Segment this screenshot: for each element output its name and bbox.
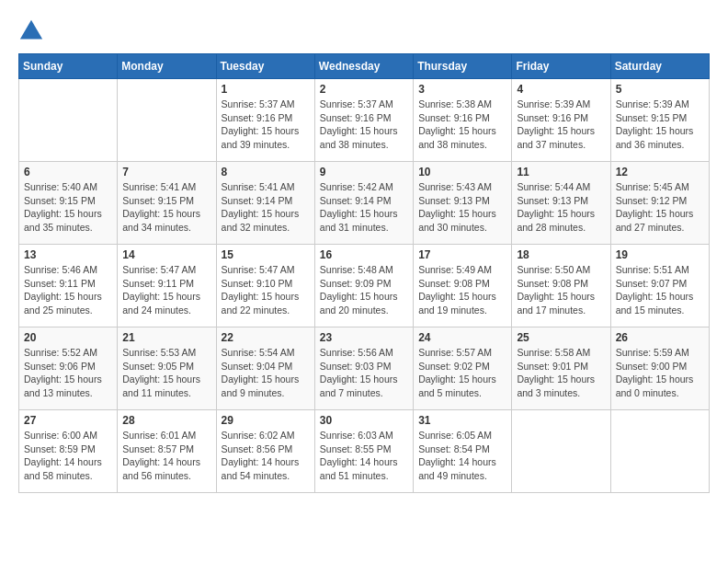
day-number: 6 xyxy=(24,166,112,178)
calendar-cell: 6Sunrise: 5:40 AM Sunset: 9:15 PM Daylig… xyxy=(19,162,118,245)
calendar-cell: 16Sunrise: 5:48 AM Sunset: 9:09 PM Dayli… xyxy=(314,245,413,327)
day-info: Sunrise: 5:52 AM Sunset: 9:06 PM Dayligh… xyxy=(24,346,112,400)
calendar-cell xyxy=(610,410,709,493)
day-info: Sunrise: 5:45 AM Sunset: 9:12 PM Dayligh… xyxy=(616,180,704,235)
day-info: Sunrise: 5:59 AM Sunset: 9:00 PM Dayligh… xyxy=(616,346,704,400)
day-info: Sunrise: 5:49 AM Sunset: 9:08 PM Dayligh… xyxy=(418,263,506,317)
calendar-cell: 20Sunrise: 5:52 AM Sunset: 9:06 PM Dayli… xyxy=(19,327,118,410)
day-number: 27 xyxy=(24,414,112,427)
calendar-cell: 8Sunrise: 5:41 AM Sunset: 9:14 PM Daylig… xyxy=(216,162,314,245)
day-number: 5 xyxy=(616,83,704,96)
calendar-week-3: 13Sunrise: 5:46 AM Sunset: 9:11 PM Dayli… xyxy=(19,245,710,327)
weekday-header-thursday: Thursday xyxy=(414,54,512,79)
day-number: 10 xyxy=(418,166,506,178)
day-info: Sunrise: 6:02 AM Sunset: 8:56 PM Dayligh… xyxy=(222,429,310,483)
calendar-week-2: 6Sunrise: 5:40 AM Sunset: 9:15 PM Daylig… xyxy=(19,162,710,245)
day-info: Sunrise: 5:44 AM Sunset: 9:13 PM Dayligh… xyxy=(517,180,605,235)
calendar-cell: 9Sunrise: 5:42 AM Sunset: 9:14 PM Daylig… xyxy=(314,162,413,245)
calendar-cell: 10Sunrise: 5:43 AM Sunset: 9:13 PM Dayli… xyxy=(414,162,512,245)
day-number: 8 xyxy=(222,166,310,178)
weekday-header-monday: Monday xyxy=(118,54,216,79)
day-info: Sunrise: 5:53 AM Sunset: 9:05 PM Dayligh… xyxy=(122,346,210,400)
day-number: 23 xyxy=(320,331,408,344)
day-number: 14 xyxy=(122,248,210,261)
calendar-cell: 25Sunrise: 5:58 AM Sunset: 9:01 PM Dayli… xyxy=(512,327,610,410)
page-header xyxy=(18,18,710,44)
day-info: Sunrise: 5:47 AM Sunset: 9:10 PM Dayligh… xyxy=(222,263,310,317)
day-info: Sunrise: 5:58 AM Sunset: 9:01 PM Dayligh… xyxy=(517,346,605,400)
day-number: 30 xyxy=(320,414,408,427)
day-number: 3 xyxy=(418,83,506,96)
day-number: 7 xyxy=(122,166,210,178)
day-info: Sunrise: 5:38 AM Sunset: 9:16 PM Dayligh… xyxy=(418,98,506,152)
calendar-cell: 7Sunrise: 5:41 AM Sunset: 9:15 PM Daylig… xyxy=(118,162,216,245)
day-number: 12 xyxy=(616,166,704,178)
calendar-cell xyxy=(512,410,610,493)
calendar-table: SundayMondayTuesdayWednesdayThursdayFrid… xyxy=(18,53,710,493)
calendar-cell: 31Sunrise: 6:05 AM Sunset: 8:54 PM Dayli… xyxy=(414,410,512,493)
calendar-cell: 27Sunrise: 6:00 AM Sunset: 8:59 PM Dayli… xyxy=(19,410,118,493)
calendar-body: 1Sunrise: 5:37 AM Sunset: 9:16 PM Daylig… xyxy=(19,79,710,493)
day-number: 18 xyxy=(517,248,605,261)
day-number: 15 xyxy=(222,248,310,261)
logo-icon xyxy=(18,18,44,44)
weekday-header-saturday: Saturday xyxy=(610,54,709,79)
day-number: 11 xyxy=(517,166,605,178)
day-info: Sunrise: 5:51 AM Sunset: 9:07 PM Dayligh… xyxy=(616,263,704,317)
calendar-cell: 19Sunrise: 5:51 AM Sunset: 9:07 PM Dayli… xyxy=(610,245,709,327)
day-number: 28 xyxy=(122,414,210,427)
weekday-header-friday: Friday xyxy=(512,54,610,79)
weekday-header-tuesday: Tuesday xyxy=(216,54,314,79)
day-info: Sunrise: 5:46 AM Sunset: 9:11 PM Dayligh… xyxy=(24,263,112,317)
day-info: Sunrise: 5:41 AM Sunset: 9:15 PM Dayligh… xyxy=(122,180,210,235)
day-info: Sunrise: 5:39 AM Sunset: 9:16 PM Dayligh… xyxy=(517,98,605,152)
day-info: Sunrise: 6:03 AM Sunset: 8:55 PM Dayligh… xyxy=(320,429,408,483)
svg-marker-0 xyxy=(20,20,42,40)
day-number: 2 xyxy=(320,83,408,96)
calendar-cell: 14Sunrise: 5:47 AM Sunset: 9:11 PM Dayli… xyxy=(118,245,216,327)
calendar-cell: 5Sunrise: 5:39 AM Sunset: 9:15 PM Daylig… xyxy=(610,79,709,162)
calendar-cell: 30Sunrise: 6:03 AM Sunset: 8:55 PM Dayli… xyxy=(314,410,413,493)
day-number: 21 xyxy=(122,331,210,344)
day-info: Sunrise: 5:54 AM Sunset: 9:04 PM Dayligh… xyxy=(222,346,310,400)
day-number: 26 xyxy=(616,331,704,344)
calendar-week-5: 27Sunrise: 6:00 AM Sunset: 8:59 PM Dayli… xyxy=(19,410,710,493)
calendar-cell xyxy=(19,79,118,162)
day-info: Sunrise: 5:50 AM Sunset: 9:08 PM Dayligh… xyxy=(517,263,605,317)
calendar-cell: 28Sunrise: 6:01 AM Sunset: 8:57 PM Dayli… xyxy=(118,410,216,493)
day-info: Sunrise: 6:01 AM Sunset: 8:57 PM Dayligh… xyxy=(122,429,210,483)
day-info: Sunrise: 5:37 AM Sunset: 9:16 PM Dayligh… xyxy=(222,98,310,152)
day-number: 13 xyxy=(24,248,112,261)
day-info: Sunrise: 5:42 AM Sunset: 9:14 PM Dayligh… xyxy=(320,180,408,235)
day-number: 22 xyxy=(222,331,310,344)
calendar-cell: 13Sunrise: 5:46 AM Sunset: 9:11 PM Dayli… xyxy=(19,245,118,327)
day-info: Sunrise: 5:57 AM Sunset: 9:02 PM Dayligh… xyxy=(418,346,506,400)
calendar-cell: 29Sunrise: 6:02 AM Sunset: 8:56 PM Dayli… xyxy=(216,410,314,493)
day-info: Sunrise: 6:05 AM Sunset: 8:54 PM Dayligh… xyxy=(418,429,506,483)
day-info: Sunrise: 6:00 AM Sunset: 8:59 PM Dayligh… xyxy=(24,429,112,483)
weekday-header-wednesday: Wednesday xyxy=(314,54,413,79)
calendar-cell: 15Sunrise: 5:47 AM Sunset: 9:10 PM Dayli… xyxy=(216,245,314,327)
day-number: 9 xyxy=(320,166,408,178)
day-info: Sunrise: 5:47 AM Sunset: 9:11 PM Dayligh… xyxy=(122,263,210,317)
day-number: 31 xyxy=(418,414,506,427)
calendar-cell: 1Sunrise: 5:37 AM Sunset: 9:16 PM Daylig… xyxy=(216,79,314,162)
day-number: 24 xyxy=(418,331,506,344)
day-info: Sunrise: 5:41 AM Sunset: 9:14 PM Dayligh… xyxy=(222,180,310,235)
day-number: 4 xyxy=(517,83,605,96)
calendar-cell: 18Sunrise: 5:50 AM Sunset: 9:08 PM Dayli… xyxy=(512,245,610,327)
calendar-cell: 17Sunrise: 5:49 AM Sunset: 9:08 PM Dayli… xyxy=(414,245,512,327)
calendar-cell: 4Sunrise: 5:39 AM Sunset: 9:16 PM Daylig… xyxy=(512,79,610,162)
day-number: 29 xyxy=(222,414,310,427)
weekday-header-row: SundayMondayTuesdayWednesdayThursdayFrid… xyxy=(19,54,710,79)
day-info: Sunrise: 5:39 AM Sunset: 9:15 PM Dayligh… xyxy=(616,98,704,152)
calendar-cell: 12Sunrise: 5:45 AM Sunset: 9:12 PM Dayli… xyxy=(610,162,709,245)
day-info: Sunrise: 5:43 AM Sunset: 9:13 PM Dayligh… xyxy=(418,180,506,235)
calendar-week-1: 1Sunrise: 5:37 AM Sunset: 9:16 PM Daylig… xyxy=(19,79,710,162)
calendar-cell: 2Sunrise: 5:37 AM Sunset: 9:16 PM Daylig… xyxy=(314,79,413,162)
calendar-cell: 22Sunrise: 5:54 AM Sunset: 9:04 PM Dayli… xyxy=(216,327,314,410)
calendar-cell: 11Sunrise: 5:44 AM Sunset: 9:13 PM Dayli… xyxy=(512,162,610,245)
calendar-cell xyxy=(118,79,216,162)
day-info: Sunrise: 5:56 AM Sunset: 9:03 PM Dayligh… xyxy=(320,346,408,400)
day-info: Sunrise: 5:48 AM Sunset: 9:09 PM Dayligh… xyxy=(320,263,408,317)
